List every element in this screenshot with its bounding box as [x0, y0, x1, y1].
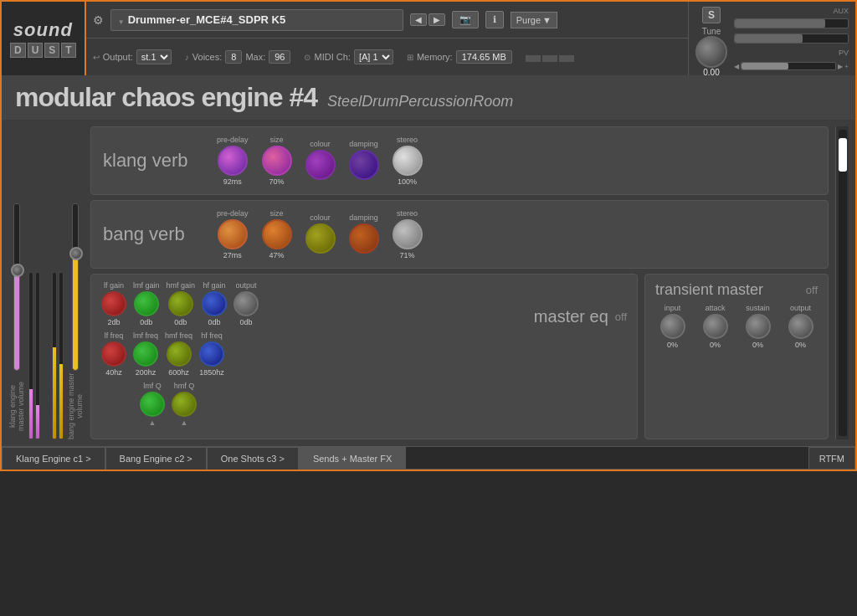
tab-one-shots[interactable]: One Shots c3 > — [207, 447, 299, 470]
plugin-header: modular chaos engine #4 SteelDrumPercuss… — [2, 75, 855, 120]
klang-fader-label: klang engine master volume — [8, 372, 25, 439]
bang-fader-label: bang engine master volume — [67, 372, 84, 439]
bang-predelay-label: pre-delay — [217, 209, 249, 218]
midi-select[interactable]: [A] 1 — [354, 49, 393, 64]
tab-sends-master-fx[interactable]: Sends + Master FX — [299, 447, 406, 470]
eq-output-group: output 0db — [233, 281, 259, 326]
solo-button[interactable]: S — [702, 7, 721, 23]
scroll-thumb[interactable] — [839, 138, 847, 172]
klang-stereo-knob[interactable] — [393, 146, 423, 176]
klang-fader-handle[interactable] — [11, 264, 24, 277]
right-scrollbar[interactable] — [835, 126, 849, 439]
hf-gain-knob[interactable] — [202, 291, 227, 316]
klang-verb-title: klang verb — [103, 150, 203, 172]
transient-output-knob[interactable] — [788, 314, 813, 339]
midi-icon: ⊙ — [304, 53, 310, 62]
lmf-gain-knob[interactable] — [134, 291, 159, 316]
klang-damping-knob[interactable] — [349, 150, 379, 180]
klang-predelay-group: pre-delay 92ms — [217, 136, 249, 186]
transient-off-badge[interactable]: off — [806, 284, 818, 296]
tune-label: Tune — [702, 27, 721, 36]
bang-colour-knob[interactable] — [305, 223, 336, 254]
master-eq-section: lf gain 2db lmf gain 0db hmf gain — [90, 274, 638, 439]
klang-size-knob[interactable] — [262, 146, 292, 176]
transient-attack-group: attack 0% — [703, 304, 728, 349]
next-instrument-button[interactable]: ▶ — [428, 13, 445, 26]
bang-predelay-group: pre-delay 27ms — [217, 209, 249, 259]
hmf-freq-value: 600hz — [168, 368, 189, 377]
bang-predelay-knob[interactable] — [218, 219, 248, 249]
klang-fader-group: klang engine master volume — [8, 203, 25, 439]
purge-dropdown-icon: ▼ — [542, 15, 552, 25]
volume-slider-2[interactable] — [734, 33, 849, 44]
midi-bar-3 — [559, 55, 574, 62]
memory-icon: ⊞ — [407, 53, 413, 62]
hmf-freq-knob[interactable] — [167, 341, 192, 367]
max-label: Max: — [245, 52, 265, 62]
eq-output-knob[interactable] — [233, 291, 259, 316]
output-label: Output: — [103, 52, 133, 62]
prev-instrument-button[interactable]: ◀ — [410, 13, 427, 26]
tune-knob[interactable] — [695, 36, 727, 68]
hmf-gain-knob[interactable] — [168, 291, 193, 316]
klang-size-label: size — [270, 136, 284, 144]
transient-sustain-group: sustain 0% — [746, 304, 771, 349]
bottom-sections: lf gain 2db lmf gain 0db hmf gain — [90, 274, 829, 439]
lf-gain-knob[interactable] — [101, 291, 126, 316]
hmf-q-knob[interactable] — [172, 392, 197, 417]
plugin-subtitle: SteelDrumPercussionRoom — [327, 93, 513, 110]
tab-spacer — [406, 447, 808, 470]
purge-button[interactable]: Purge ▼ — [511, 12, 557, 28]
lf-freq-knob[interactable] — [101, 341, 126, 367]
lmf-gain-value: 0db — [140, 318, 152, 326]
bang-vu-left — [52, 272, 57, 439]
tab-klang-engine[interactable]: Klang Engine c1 > — [2, 447, 105, 470]
volume-slider-1[interactable] — [734, 18, 849, 28]
transient-input-knob[interactable] — [660, 314, 685, 339]
eq-title: master eq — [534, 307, 608, 326]
transient-attack-value: 0% — [710, 341, 721, 349]
sound-label: sound — [13, 19, 73, 41]
transient-attack-knob[interactable] — [703, 314, 728, 339]
bang-fader-handle[interactable] — [69, 247, 83, 260]
settings-icon[interactable]: ⚙ — [93, 13, 104, 27]
bang-size-knob[interactable] — [262, 219, 292, 249]
eq-output-label: output — [236, 281, 257, 290]
klang-fader[interactable] — [13, 203, 20, 371]
memory-value: 174.65 MB — [456, 50, 512, 64]
pan-slider[interactable] — [741, 62, 836, 70]
transient-title: transient master — [655, 281, 763, 299]
bang-size-label: size — [270, 209, 284, 218]
output-select[interactable]: st.1 — [136, 49, 172, 64]
voices-info: ♪ Voices: 8 Max: 96 — [185, 50, 291, 64]
info-button[interactable]: ℹ — [485, 11, 504, 28]
scroll-track[interactable] — [839, 130, 847, 436]
memory-info: ⊞ Memory: 174.65 MB — [407, 50, 512, 64]
klang-predelay-knob[interactable] — [218, 146, 248, 176]
rtfm-button[interactable]: RTFM — [808, 447, 855, 470]
eq-off-badge[interactable]: off — [615, 311, 627, 323]
dust-s: S — [44, 43, 59, 58]
klang-predelay-label: pre-delay — [217, 136, 249, 144]
bang-damping-label: damping — [349, 213, 378, 222]
klang-colour-knob[interactable] — [305, 150, 336, 180]
camera-button[interactable]: 📷 — [452, 11, 479, 28]
lmf-q-label: lmf Q — [143, 382, 162, 390]
bang-stereo-knob[interactable] — [393, 219, 423, 249]
midi-level-bars — [526, 52, 574, 62]
instrument-select[interactable]: Drummer-er_MCE#4_SDPR K5 — [110, 9, 403, 31]
hmf-freq-label: hmf freq — [165, 331, 192, 340]
lmf-freq-knob[interactable] — [133, 341, 158, 367]
bang-damping-knob[interactable] — [349, 223, 379, 254]
bang-fader[interactable] — [72, 203, 79, 371]
transient-knobs: input 0% attack 0% sustain 0% — [655, 304, 818, 349]
dust-d: D — [10, 43, 26, 58]
transient-sustain-knob[interactable] — [746, 314, 771, 339]
lmf-gain-label: lmf gain — [133, 281, 160, 290]
lmf-q-knob[interactable] — [140, 392, 165, 417]
bang-fader-group: bang engine master volume — [67, 203, 84, 439]
lmf-freq-value: 200hz — [136, 368, 157, 377]
midi-bar-1 — [526, 55, 541, 62]
tab-bang-engine[interactable]: Bang Engine c2 > — [105, 447, 207, 470]
hf-freq-knob[interactable] — [199, 341, 224, 367]
